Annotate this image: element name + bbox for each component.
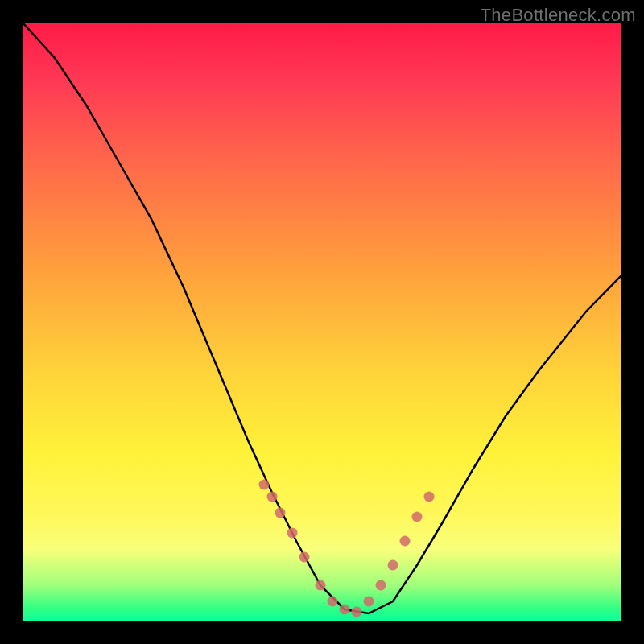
curve-path [23, 23, 621, 613]
data-point [287, 528, 298, 539]
data-point [412, 512, 423, 522]
data-point [376, 580, 386, 591]
data-point [267, 492, 278, 502]
data-point [340, 605, 350, 615]
data-point [316, 580, 326, 591]
watermark-text: TheBottleneck.com [481, 5, 636, 26]
data-point [424, 492, 435, 502]
data-point [275, 508, 286, 518]
data-point [400, 536, 411, 547]
data-point [388, 560, 398, 571]
data-point [352, 607, 362, 617]
data-point [328, 597, 338, 607]
data-point [364, 597, 374, 607]
data-point [259, 480, 270, 490]
data-point [299, 552, 310, 563]
chart-area [23, 23, 621, 621]
bottleneck-curve [23, 23, 621, 621]
data-points [259, 480, 435, 617]
